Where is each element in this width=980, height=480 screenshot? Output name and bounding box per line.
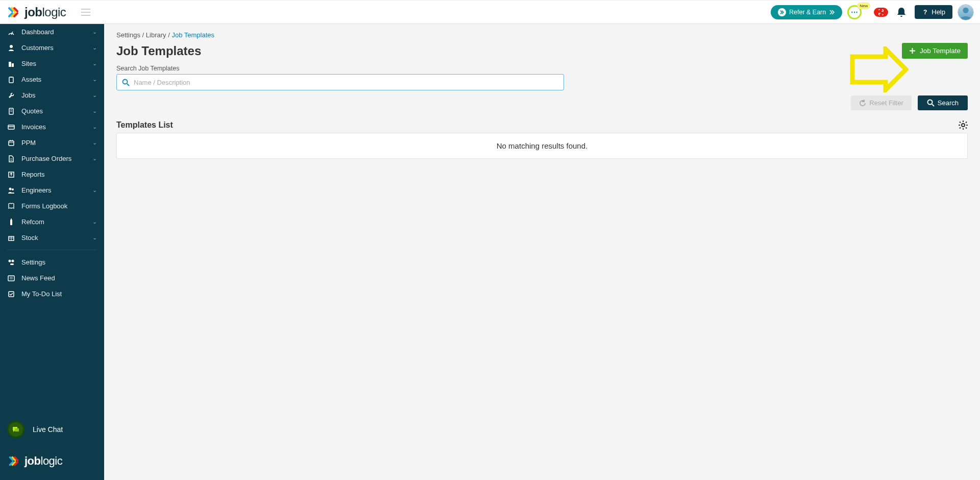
svg-point-24 — [12, 188, 14, 190]
annotation-arrow-icon — [850, 46, 909, 92]
sidebar-item-engineers[interactable]: Engineers⌄ — [0, 182, 104, 198]
cyl-icon — [7, 219, 15, 226]
svg-rect-48 — [959, 122, 961, 124]
svg-rect-8 — [12, 63, 14, 67]
calendar-icon — [7, 139, 15, 147]
sidebar-item-quotes[interactable]: Quotes⌄ — [0, 103, 104, 119]
sidebar-footer-logo[interactable]: joblogic — [0, 445, 104, 480]
refer-earn-button[interactable]: Refer & Earn — [771, 5, 842, 19]
topbar: joblogic Refer & Earn ⋯ New — [0, 0, 980, 24]
sidebar-item-news[interactable]: News Feed — [0, 270, 104, 286]
sidebar-item-forms-logbook[interactable]: Forms Logbook — [0, 198, 104, 214]
settings-icon — [7, 259, 15, 266]
breadcrumb-settings[interactable]: Settings — [116, 31, 140, 39]
svg-rect-47 — [966, 125, 968, 126]
dots-icon: ⋯ — [851, 8, 858, 16]
notifications-button[interactable] — [896, 7, 906, 18]
box-icon — [7, 234, 15, 242]
chevron-down-icon: ⌄ — [92, 234, 97, 241]
sidebar-item-customers[interactable]: Customers⌄ — [0, 40, 104, 56]
settings-label: Settings — [21, 258, 45, 266]
hamburger-icon[interactable] — [81, 9, 90, 16]
svg-line-41 — [127, 84, 129, 86]
svg-rect-7 — [9, 62, 11, 67]
reset-filter-button[interactable]: Reset Filter — [851, 95, 911, 110]
sidebar-item-sites[interactable]: Sites⌄ — [0, 56, 104, 71]
sidebar-item-jobs[interactable]: Jobs⌄ — [0, 87, 104, 103]
footer-brand: joblogic — [24, 454, 62, 468]
breadcrumb-library[interactable]: Library — [146, 31, 166, 39]
user-avatar[interactable] — [958, 4, 974, 20]
svg-rect-10 — [10, 77, 12, 78]
sidebar-item-purchase-orders[interactable]: Purchase Orders⌄ — [0, 151, 104, 166]
footer-logo-icon — [7, 454, 20, 468]
export-icon — [7, 171, 15, 178]
bell-icon — [896, 7, 906, 18]
nav-label: Purchase Orders — [21, 155, 71, 162]
search-btn-label: Search — [938, 99, 959, 107]
search-input[interactable] — [134, 79, 558, 86]
wrench-icon — [7, 92, 15, 99]
search-button[interactable]: Search — [918, 95, 968, 110]
brand-logo[interactable]: joblogic — [6, 5, 66, 19]
svg-line-43 — [932, 104, 934, 106]
chevron-down-icon: ⌄ — [92, 92, 97, 99]
nav-label: Invoices — [21, 123, 46, 131]
sidebar-item-ppm[interactable]: PPM⌄ — [0, 135, 104, 151]
nav-label: Stock — [21, 234, 38, 242]
chevron-down-icon: ⌄ — [92, 155, 97, 162]
question-icon: ? — [922, 9, 928, 15]
brand-name: joblogic — [24, 5, 66, 19]
nav-label: Engineers — [21, 186, 52, 194]
sidebar-item-invoices[interactable]: Invoices⌄ — [0, 119, 104, 135]
svg-rect-14 — [8, 125, 14, 129]
clipboard-icon — [7, 76, 15, 83]
nav-label: PPM — [21, 139, 36, 147]
live-chat-button[interactable]: Live Chat — [0, 414, 104, 445]
svg-rect-9 — [9, 77, 13, 83]
chevron-down-icon: ⌄ — [92, 76, 97, 83]
user-icon — [7, 44, 15, 52]
svg-rect-51 — [959, 127, 961, 129]
sidebar-item-stock[interactable]: Stock⌄ — [0, 230, 104, 246]
chevron-right-icon — [829, 10, 835, 15]
avatar-icon — [958, 4, 973, 20]
sidebar-item-dashboard[interactable]: Dashboard⌄ — [0, 24, 104, 40]
nav-label: Quotes — [21, 107, 43, 115]
svg-rect-16 — [9, 141, 14, 146]
news-icon — [7, 275, 15, 282]
chat-bubble-button[interactable]: ⋯ New — [847, 5, 862, 19]
svg-rect-25 — [10, 220, 12, 225]
sidebar-item-settings[interactable]: Settings — [0, 254, 104, 270]
nav-label: Assets — [21, 76, 41, 83]
list-settings-button[interactable] — [959, 121, 968, 130]
svg-point-4 — [963, 7, 968, 13]
help-label: Help — [932, 8, 945, 16]
file-icon — [7, 155, 15, 162]
svg-point-23 — [9, 187, 12, 190]
search-label: Search Job Templates — [116, 65, 968, 72]
logo-mark-icon — [6, 5, 20, 19]
sidebar-item-assets[interactable]: Assets⌄ — [0, 71, 104, 87]
sidebar: Dashboard⌄Customers⌄Sites⌄Assets⌄Jobs⌄Qu… — [0, 24, 104, 480]
sync-button[interactable] — [874, 8, 888, 17]
help-button[interactable]: ? Help — [915, 5, 952, 19]
sidebar-separator — [7, 250, 97, 250]
templates-list: No matching results found. — [116, 133, 968, 159]
svg-point-30 — [9, 259, 11, 262]
chevron-down-icon: ⌄ — [92, 219, 97, 225]
chevron-down-icon: ⌄ — [92, 108, 97, 114]
reset-label: Reset Filter — [869, 99, 903, 107]
chevron-down-icon: ⌄ — [92, 187, 97, 194]
nav-label: Refcom — [21, 218, 44, 226]
news-label: News Feed — [21, 274, 55, 282]
add-job-template-button[interactable]: Job Template — [902, 43, 968, 59]
sidebar-item-refcom[interactable]: Refcom⌄ — [0, 214, 104, 230]
svg-point-42 — [927, 100, 932, 105]
chevron-down-icon: ⌄ — [92, 44, 97, 51]
book-icon — [7, 203, 15, 210]
search-btn-icon — [927, 99, 935, 107]
nav-label: Reports — [21, 171, 45, 178]
sidebar-item-reports[interactable]: Reports — [0, 166, 104, 182]
sidebar-item-todo[interactable]: My To-Do List — [0, 286, 104, 302]
